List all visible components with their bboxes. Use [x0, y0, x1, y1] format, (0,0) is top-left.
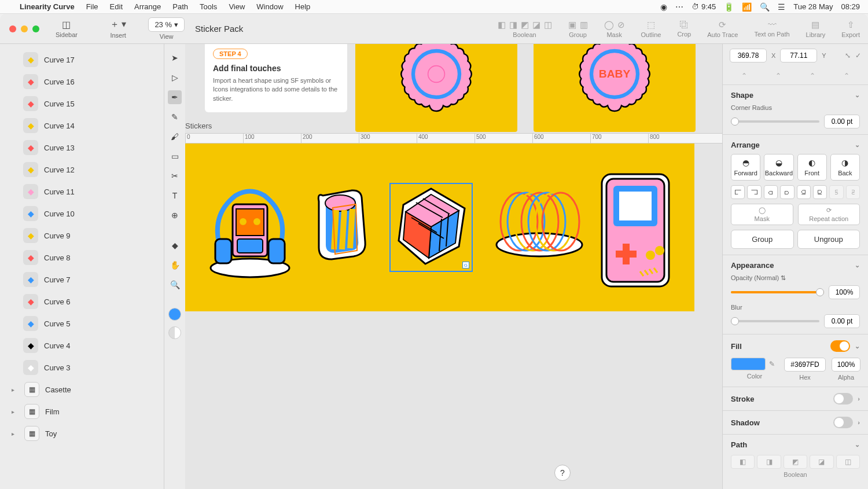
tool-select[interactable]: ➤ — [168, 51, 182, 65]
fill-hex-field[interactable] — [784, 358, 826, 372]
toolbar-autotrace[interactable]: ⟳ Auto Trace — [699, 14, 746, 43]
status-dots-icon[interactable]: ⋯ — [675, 2, 683, 12]
opacity-slider[interactable] — [731, 291, 824, 293]
layer-group-item[interactable]: ▸▦Casette — [0, 378, 164, 400]
tool-text[interactable]: T — [168, 189, 182, 203]
layer-item[interactable]: ◆Curve 4 — [0, 334, 164, 356]
align-bottom-button[interactable]: ⫒ — [813, 185, 827, 199]
sticker-film[interactable] — [308, 181, 372, 274]
commit-icon[interactable]: ✓ — [855, 52, 861, 60]
layer-item[interactable]: ◆Curve 11 — [0, 181, 164, 203]
zoom-select[interactable]: 23 % ▾ — [148, 17, 185, 32]
toolbar-outline[interactable]: ⬚ Outline — [633, 14, 670, 43]
menu-window[interactable]: Window — [256, 2, 283, 11]
repeat-button[interactable]: ⟳Repeat action — [798, 204, 860, 225]
position-x-field[interactable] — [730, 49, 767, 62]
stroke-toggle[interactable] — [833, 393, 853, 405]
layer-item[interactable]: ◆Curve 6 — [0, 291, 164, 312]
transform-icon[interactable]: ⤡ — [845, 52, 851, 60]
path-bool-5-icon[interactable]: ◫ — [836, 455, 860, 469]
path-bool-1-icon[interactable]: ◧ — [731, 455, 755, 469]
wifi-icon[interactable]: 📶 — [742, 2, 752, 12]
stroke-color-dot[interactable] — [168, 326, 181, 339]
sticker-gameboy[interactable] — [595, 170, 676, 285]
tool-anchor[interactable]: ⊕ — [168, 208, 182, 222]
layer-item[interactable]: ◆Curve 13 — [0, 137, 164, 159]
group-button[interactable]: Group — [731, 230, 794, 249]
artboard-top-2[interactable]: BABY — [534, 44, 696, 132]
path-bool-4-icon[interactable]: ◪ — [810, 455, 833, 469]
chevron-down-icon[interactable]: ⌄ — [855, 141, 860, 149]
align-left-button[interactable]: ⫍ — [731, 185, 745, 199]
layer-group-item[interactable]: ▸▦Film — [0, 400, 164, 422]
tool-pen[interactable]: ✒ — [168, 90, 182, 104]
layer-item[interactable]: ◆Curve 5 — [0, 312, 164, 334]
toolbar-mask[interactable]: ◯⊘ Mask — [596, 14, 633, 43]
arrange-backward-button[interactable]: ◒Backward — [764, 154, 793, 181]
fill-toggle[interactable] — [830, 340, 850, 352]
eyedropper-icon[interactable]: ✎ — [766, 360, 778, 368]
chevron-down-icon[interactable]: ⌄ — [855, 441, 860, 448]
distribute-h-button[interactable]: ⫓ — [829, 185, 843, 199]
align-top-button[interactable]: ⫐ — [780, 185, 794, 199]
chevron-down-icon[interactable]: ⌄ — [855, 262, 860, 269]
zoom-button[interactable] — [32, 25, 39, 32]
status-time[interactable]: 08:29 — [841, 2, 860, 11]
layer-item[interactable]: ◆Curve 12 — [0, 159, 164, 181]
align-vcenter-button[interactable]: ⫑ — [797, 185, 811, 199]
layer-item[interactable]: ◆Curve 14 — [0, 115, 164, 137]
status-record-icon[interactable]: ◉ — [660, 2, 667, 12]
disclosure-icon[interactable]: ▸ — [12, 387, 19, 393]
shadow-toggle[interactable] — [833, 417, 853, 428]
sidebar-toggle[interactable]: ◫ Sidebar — [39, 14, 94, 43]
toolbar-group[interactable]: ▣▥ Group — [560, 14, 596, 43]
corner-radius-slider[interactable] — [731, 120, 819, 123]
layer-group-item[interactable]: ▸▦Toy — [0, 422, 164, 444]
layer-item[interactable]: ◆Curve 9 — [0, 225, 164, 247]
distribute-v-button[interactable]: ⫔ — [846, 185, 860, 199]
position-y-field[interactable] — [780, 49, 817, 62]
toolbar-export[interactable]: ⇧ Export — [833, 14, 868, 43]
arrange-front-button[interactable]: ◐Front — [797, 154, 827, 181]
corner-radius-field[interactable] — [824, 115, 860, 128]
fill-color-dot[interactable] — [168, 308, 181, 321]
fill-alpha-field[interactable] — [832, 358, 860, 372]
menu-edit[interactable]: Edit — [110, 2, 123, 11]
spotlight-icon[interactable]: 🔍 — [760, 2, 770, 12]
menu-help[interactable]: Help — [295, 2, 311, 11]
toolbar-boolean[interactable]: ◧◨◩◪◫ Boolean — [490, 14, 560, 43]
align-right-button[interactable]: ⫏ — [764, 185, 778, 199]
sticker-slinky[interactable] — [490, 181, 577, 274]
mask-button[interactable]: ◯Mask — [731, 204, 793, 225]
tool-node[interactable]: ▷ — [168, 71, 182, 84]
chevron-down-icon[interactable]: ⌄ — [855, 343, 860, 350]
fill-color-swatch[interactable] — [731, 358, 766, 370]
blur-slider[interactable] — [731, 320, 819, 322]
disclosure-icon[interactable]: ▸ — [12, 431, 19, 437]
chevron-right-icon[interactable]: › — [858, 395, 860, 402]
layer-item[interactable]: ◆Curve 7 — [0, 269, 164, 291]
layer-item[interactable]: ◆Curve 17 — [0, 49, 164, 71]
path-bool-2-icon[interactable]: ◨ — [757, 455, 781, 469]
toolbar-library[interactable]: ▤ Library — [798, 14, 834, 43]
menu-view[interactable]: View — [229, 2, 245, 11]
artboard-stickers[interactable]: G — [185, 144, 694, 311]
control-center-icon[interactable]: ☰ — [778, 2, 785, 12]
menu-tools[interactable]: Tools — [200, 2, 217, 11]
tool-hand[interactable]: ✋ — [168, 258, 182, 272]
chevron-icon[interactable]: ⇅ — [781, 274, 786, 281]
blur-field[interactable] — [824, 314, 860, 328]
tool-pencil[interactable]: ✎ — [168, 110, 182, 124]
close-button[interactable] — [9, 25, 16, 32]
node-type-4-icon[interactable]: ⌃ — [844, 72, 849, 80]
node-type-3-icon[interactable]: ⌃ — [810, 72, 815, 80]
tool-shape[interactable]: ▭ — [168, 149, 182, 163]
layers-sidebar[interactable]: ◆Curve 17◆Curve 16◆Curve 15◆Curve 14◆Cur… — [0, 44, 164, 489]
arrange-forward-button[interactable]: ◓Forward — [731, 154, 760, 181]
tool-zoom[interactable]: 🔍 — [168, 278, 182, 292]
layer-item[interactable]: ◆Curve 8 — [0, 247, 164, 269]
status-timer[interactable]: ⏱ 9:45 — [692, 2, 716, 11]
help-button[interactable]: ? — [554, 465, 571, 481]
layer-item[interactable]: ◆Curve 15 — [0, 93, 164, 115]
menu-path[interactable]: Path — [172, 2, 188, 11]
